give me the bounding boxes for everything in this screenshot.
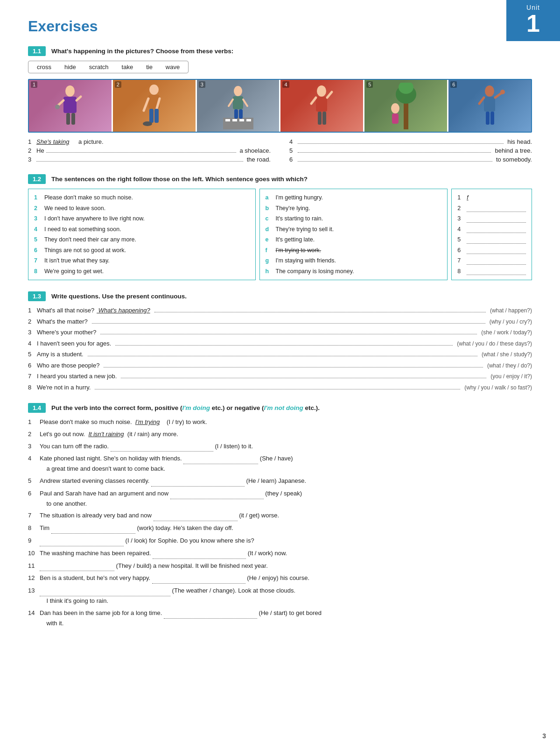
image-strip: 1 2 bbox=[28, 79, 532, 133]
verb-hide: hide bbox=[64, 64, 76, 71]
exercise-1-2-badge: 1.2 bbox=[28, 174, 46, 184]
ex14-item-8: 8 Tim (work) today. He's taken the day o… bbox=[28, 523, 532, 534]
ex12-item-1: 1Please don't make so much noise. bbox=[34, 192, 250, 203]
ex13-item-1: 1 What's all that noise? What's happenin… bbox=[28, 306, 532, 315]
ex12-answer-4: 4 bbox=[457, 224, 526, 235]
page-number: 3 bbox=[542, 732, 546, 740]
image-4: 4 bbox=[280, 80, 363, 132]
ex14-item-7: 7 The situation is already very bad and … bbox=[28, 511, 532, 521]
ex14-item-3: 3 You can turn off the radio. (I / liste… bbox=[28, 442, 532, 452]
ex12-item-a: aI'm getting hungry. bbox=[266, 192, 442, 203]
ex12-answer-1: 1 f bbox=[457, 192, 526, 203]
person-3-icon bbox=[223, 83, 253, 129]
page-title: Exercises bbox=[28, 18, 532, 35]
img-num-5: 5 bbox=[366, 81, 373, 88]
ex12-item-f: fI'm trying to work. bbox=[266, 245, 442, 256]
svg-rect-12 bbox=[154, 109, 159, 123]
svg-rect-41 bbox=[486, 112, 490, 125]
ex12-item-c: cIt's starting to rain. bbox=[266, 213, 442, 224]
exercise-1-4-badge: 1.4 bbox=[28, 403, 46, 413]
svg-rect-15 bbox=[225, 119, 230, 121]
img-num-1: 1 bbox=[31, 81, 37, 88]
image-1: 1 bbox=[29, 80, 112, 132]
unit-number: 1 bbox=[506, 11, 560, 35]
img-num-2: 2 bbox=[115, 81, 121, 88]
svg-rect-18 bbox=[246, 119, 251, 121]
ex12-container: 1Please don't make so much noise. 2We ne… bbox=[28, 189, 532, 280]
ex12-item-4: 4I need to eat something soon. bbox=[34, 224, 250, 235]
answer-1-1-5: 5 behind a tree. bbox=[289, 147, 532, 154]
exercise-1-3-instruction: Write questions. Use the present continu… bbox=[51, 293, 187, 300]
exercise-1-3: 1.3 Write questions. Use the present con… bbox=[28, 291, 532, 392]
verb-wave: wave bbox=[166, 64, 180, 71]
svg-rect-5 bbox=[66, 113, 70, 125]
exercise-1-1-header: 1.1 What's happening in the pictures? Ch… bbox=[28, 46, 532, 56]
svg-rect-29 bbox=[318, 112, 322, 125]
svg-line-21 bbox=[229, 99, 233, 106]
svg-rect-30 bbox=[322, 112, 326, 125]
svg-line-9 bbox=[144, 99, 148, 111]
svg-point-39 bbox=[500, 90, 505, 94]
person-6-icon bbox=[475, 83, 505, 129]
ex12-answer-7: 7 bbox=[457, 255, 526, 266]
ex14-item-11: 11 (They / build) a new hospital. It wil… bbox=[28, 561, 532, 572]
ex13-item-5: 5 Amy is a student. (what / she / study?… bbox=[28, 350, 532, 359]
ex14-item-2: 2 Let's go out now. It isn't raining (it… bbox=[28, 430, 532, 439]
ex14-item-10: 10 The washing machine has been repaired… bbox=[28, 549, 532, 559]
svg-point-19 bbox=[234, 86, 242, 96]
svg-line-40 bbox=[479, 98, 484, 104]
person-1-icon bbox=[55, 83, 85, 129]
verb-tie: tie bbox=[146, 64, 153, 71]
person-2-icon bbox=[139, 83, 169, 129]
answer-1-1-4: 4 his head. bbox=[289, 138, 532, 145]
svg-rect-20 bbox=[233, 96, 243, 109]
ex12-col3: 1 f 2 3 4 5 6 7 bbox=[451, 189, 532, 280]
svg-line-38 bbox=[495, 93, 502, 98]
image-6: 6 bbox=[448, 80, 531, 132]
ex13-item-3: 3 Where's your mother? (she / work / tod… bbox=[28, 328, 532, 337]
svg-point-13 bbox=[143, 121, 152, 126]
ex13-item-7: 7 I heard you started a new job. (you / … bbox=[28, 372, 532, 381]
svg-rect-37 bbox=[484, 97, 495, 112]
svg-line-22 bbox=[243, 99, 247, 106]
ex12-answer-3: 3 bbox=[457, 213, 526, 224]
unit-badge: Unit 1 bbox=[506, 0, 560, 41]
answers-grid-1-1: 1 She's taking a picture. 4 his head. 2 … bbox=[28, 138, 532, 163]
ex12-item-8: 8We're going to get wet. bbox=[34, 266, 250, 277]
ex12-item-h: hThe company is losing money. bbox=[266, 266, 442, 277]
ex14-item-1: 1 Please don't make so much noise. I'm t… bbox=[28, 417, 532, 427]
verb-cross: cross bbox=[37, 64, 51, 71]
svg-point-36 bbox=[485, 85, 494, 97]
image-3: 3 bbox=[197, 80, 280, 132]
ex12-answer-5: 5 bbox=[457, 234, 526, 245]
exercise-1-2-instruction: The sentences on the right follow those … bbox=[51, 176, 308, 183]
ex13-item-8: 8 We're not in a hurry. (why / you / wal… bbox=[28, 383, 532, 392]
svg-rect-11 bbox=[149, 109, 154, 123]
exercise-1-2-header: 1.2 The sentences on the right follow th… bbox=[28, 174, 532, 184]
ex13-item-2: 2 What's the matter? (why / you / cry?) bbox=[28, 317, 532, 326]
ex12-item-d: dThey're trying to sell it. bbox=[266, 224, 442, 235]
ex14-item-14: 14 Dan has been in the same job for a lo… bbox=[28, 608, 532, 629]
ex13-item-4: 4 I haven't seen you for ages. (what / y… bbox=[28, 339, 532, 348]
ex14-list: 1 Please don't make so much noise. I'm t… bbox=[28, 417, 532, 628]
verbs-box: cross hide scratch take tie wave bbox=[28, 61, 189, 73]
image-5: 5 bbox=[364, 80, 447, 132]
svg-point-3 bbox=[55, 105, 60, 109]
answer-1-1-2: 2 He a shoelace. bbox=[28, 147, 271, 154]
svg-line-28 bbox=[311, 98, 316, 104]
verb-take: take bbox=[122, 64, 133, 71]
answer-1-1-6: 6 to somebody. bbox=[289, 156, 532, 163]
person-5-icon bbox=[391, 83, 421, 129]
exercise-1-1-badge: 1.1 bbox=[28, 46, 46, 56]
svg-rect-23 bbox=[234, 109, 238, 119]
ex12-col1: 1Please don't make so much noise. 2We ne… bbox=[28, 189, 256, 280]
svg-point-0 bbox=[65, 85, 75, 97]
ex12-col2: aI'm getting hungry. bThey're lying. cIt… bbox=[259, 189, 448, 280]
verb-scratch: scratch bbox=[89, 64, 109, 71]
exercise-1-4-header: 1.4 Put the verb into the correct form, … bbox=[28, 403, 532, 413]
ex14-item-6: 6 Paul and Sarah have had an argument an… bbox=[28, 489, 532, 509]
ex14-item-4: 4 Kate phoned last night. She's on holid… bbox=[28, 454, 532, 474]
ex12-answer-8: 8 bbox=[457, 266, 526, 277]
ex12-answer-6: 6 bbox=[457, 245, 526, 256]
ex12-item-2: 2We need to leave soon. bbox=[34, 203, 250, 214]
